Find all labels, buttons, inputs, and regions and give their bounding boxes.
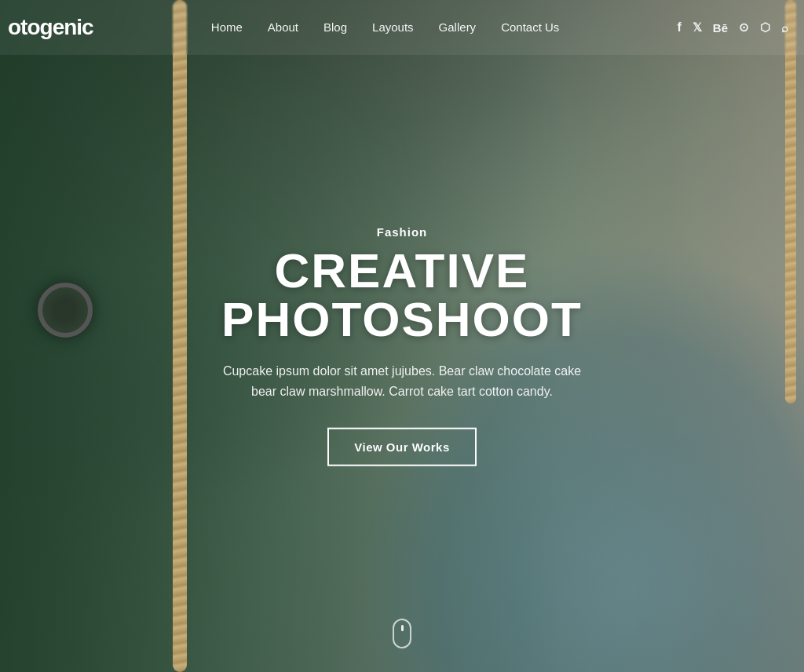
navbar: otogenic Home About Blog Layouts Gallery… — [0, 0, 804, 55]
hero-title: CREATIVE PHOTOSHOOT — [166, 247, 638, 344]
nav-link-layouts[interactable]: Layouts — [372, 20, 414, 34]
search-icon[interactable]: ⌕ — [781, 21, 788, 35]
nav-link-home[interactable]: Home — [211, 20, 243, 34]
hero-section: otogenic Home About Blog Layouts Gallery… — [0, 0, 804, 672]
nav-item-home[interactable]: Home — [211, 20, 243, 35]
nav-link-about[interactable]: About — [268, 20, 298, 34]
nav-link-blog[interactable]: Blog — [323, 20, 347, 34]
instagram-icon[interactable]: ⬡ — [760, 20, 770, 35]
logo[interactable]: otogenic — [8, 15, 93, 40]
github-icon[interactable]: ⊙ — [739, 20, 749, 35]
nav-item-blog[interactable]: Blog — [323, 20, 347, 35]
hero-content: Fashion CREATIVE PHOTOSHOOT Cupcake ipsu… — [166, 225, 638, 466]
wreath-decoration — [38, 283, 93, 338]
nav-links: Home About Blog Layouts Gallery Contact … — [211, 20, 560, 35]
nav-item-contact[interactable]: Contact Us — [501, 20, 559, 35]
scroll-indicator[interactable] — [393, 619, 411, 648]
social-icons: f 𝕏 Bē ⊙ ⬡ ⌕ — [677, 20, 788, 35]
nav-item-layouts[interactable]: Layouts — [372, 20, 414, 35]
scroll-dot — [401, 625, 404, 631]
hero-category: Fashion — [166, 225, 638, 239]
scroll-mouse-icon — [393, 619, 411, 648]
nav-link-contact[interactable]: Contact Us — [501, 20, 559, 34]
cta-button[interactable]: View Our Works — [327, 428, 477, 466]
behance-icon[interactable]: Bē — [713, 21, 728, 35]
nav-item-gallery[interactable]: Gallery — [439, 20, 477, 35]
nav-item-about[interactable]: About — [268, 20, 298, 35]
nav-link-gallery[interactable]: Gallery — [439, 20, 477, 34]
hero-description: Cupcake ipsum dolor sit amet jujubes. Be… — [214, 361, 590, 401]
logo-text: otogenic — [8, 15, 93, 39]
rope-right-decoration — [785, 0, 796, 404]
facebook-icon[interactable]: f — [677, 20, 681, 35]
twitter-icon[interactable]: 𝕏 — [693, 20, 702, 35]
